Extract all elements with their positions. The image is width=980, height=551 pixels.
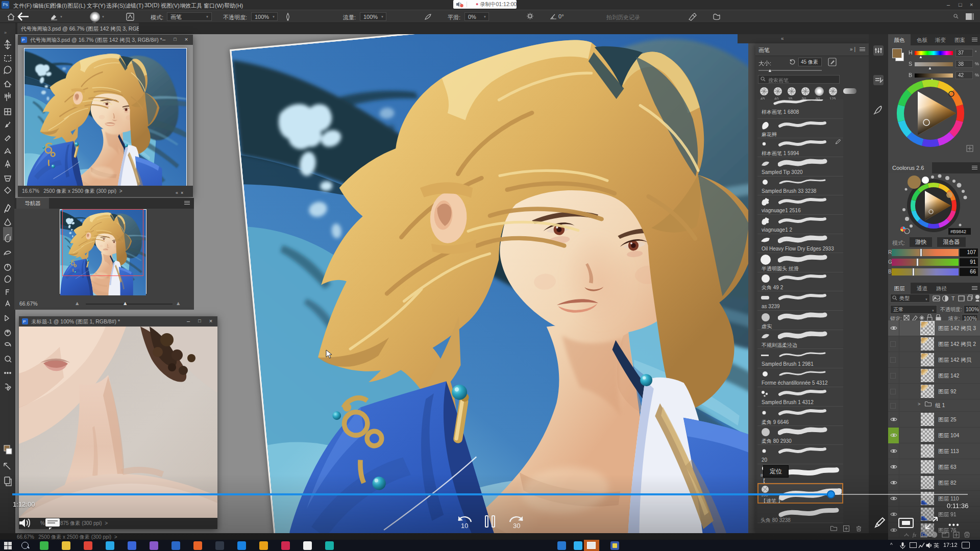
svg-text:T: T: [951, 295, 955, 302]
svg-text:fx: fx: [913, 532, 917, 538]
svg-text:#B9842: #B9842: [950, 229, 966, 234]
svg-text:10: 10: [461, 522, 468, 530]
svg-text:P: P: [22, 38, 24, 42]
svg-text:30: 30: [513, 522, 520, 530]
svg-text:P: P: [23, 319, 26, 324]
